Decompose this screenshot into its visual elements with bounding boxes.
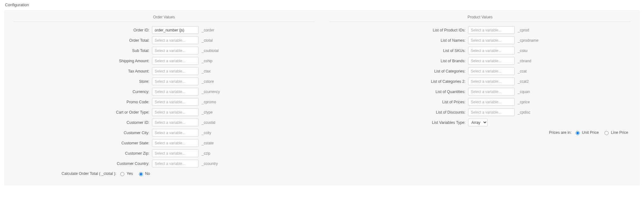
- cstate-input[interactable]: [152, 139, 199, 147]
- ccountry-input[interactable]: [152, 160, 199, 167]
- cpdisc-combo[interactable]: [468, 108, 515, 116]
- ccurrency-code: _ccurrency: [202, 90, 220, 94]
- ccat-combo[interactable]: [468, 67, 515, 75]
- page-title: Configuration: [5, 2, 640, 7]
- cstore-combo[interactable]: [152, 77, 199, 85]
- corder-combo[interactable]: [152, 26, 199, 34]
- unit-price-option[interactable]: Unit Price: [574, 130, 601, 135]
- ccity-row: Customer City:_ccity: [13, 129, 315, 137]
- ccity-combo[interactable]: [152, 129, 199, 137]
- corder-code: _corder: [202, 28, 214, 32]
- ccity-input[interactable]: [152, 129, 199, 136]
- ccustid-combo[interactable]: [152, 119, 199, 126]
- cquan-label: List of Quantities:: [329, 90, 468, 94]
- ccurrency-combo[interactable]: [152, 88, 199, 96]
- product-values-heading: Product Values: [329, 15, 631, 22]
- czip-code: _czip: [202, 151, 210, 156]
- cprice-input[interactable]: [468, 98, 515, 105]
- ctax-row: Tax Amount:_ctax: [13, 67, 315, 75]
- cprice-code: _cprice: [518, 100, 530, 104]
- cship-row: Shipping Amount:_cship: [13, 57, 315, 65]
- cpdisc-input[interactable]: [468, 109, 515, 116]
- list-variables-type-label: List Variables Type:: [329, 120, 468, 125]
- cprodname-input[interactable]: [468, 37, 515, 44]
- cpromo-input[interactable]: [152, 98, 199, 105]
- ccat-row: List of Categories:_ccat: [329, 67, 631, 75]
- calc-yes-option[interactable]: Yes: [119, 171, 135, 176]
- cship-code: _cship: [202, 59, 213, 63]
- czip-input[interactable]: [152, 150, 199, 157]
- ccustid-input[interactable]: [152, 119, 199, 126]
- cstore-code: _cstore: [202, 79, 214, 84]
- list-variables-type-row: List Variables Type: Array: [329, 119, 631, 126]
- ccountry-combo[interactable]: [152, 160, 199, 167]
- calc-yes-label: Yes: [126, 171, 133, 176]
- cbrand-combo[interactable]: [468, 57, 515, 65]
- ccurrency-input[interactable]: [152, 88, 199, 95]
- unit-price-radio[interactable]: [576, 131, 580, 135]
- line-price-option[interactable]: Line Price: [603, 130, 631, 135]
- ctype-combo[interactable]: [152, 108, 199, 116]
- csubtotal-label: Sub Total:: [13, 49, 152, 53]
- ctax-combo[interactable]: [152, 67, 199, 75]
- calc-order-total-row: Calculate Order Total ( _ctotal ): Yes N…: [13, 171, 315, 176]
- ccountry-label: Customer Country:: [13, 161, 152, 166]
- cstate-label: Customer State:: [13, 141, 152, 145]
- calc-no-radio[interactable]: [139, 172, 143, 176]
- cprod-label: List of Product IDs:: [329, 28, 468, 32]
- cprod-input[interactable]: [468, 26, 515, 34]
- ctax-label: Tax Amount:: [13, 69, 152, 73]
- cstore-label: Store:: [13, 79, 152, 84]
- calc-no-option[interactable]: No: [137, 171, 153, 176]
- ctotal-combo[interactable]: [152, 36, 199, 44]
- cpromo-combo[interactable]: [152, 98, 199, 106]
- cship-combo[interactable]: [152, 57, 199, 65]
- ctype-input[interactable]: [152, 109, 199, 116]
- ccat-code: _ccat: [518, 69, 527, 73]
- cship-input[interactable]: [152, 57, 199, 64]
- cprodname-code: _cprodname: [518, 38, 539, 43]
- cprodname-combo[interactable]: [468, 36, 515, 44]
- ctype-code: _ctype: [202, 110, 213, 115]
- cstore-input[interactable]: [152, 78, 199, 85]
- cprodname-row: List of Names:_cprodname: [329, 36, 631, 44]
- calc-yes-radio[interactable]: [120, 172, 124, 176]
- ctax-code: _ctax: [202, 69, 211, 73]
- corder-label: Order ID:: [13, 28, 152, 32]
- line-price-label: Line Price: [611, 130, 628, 135]
- cpdisc-row: List of Discounts:_cpdisc: [329, 108, 631, 116]
- cquan-input[interactable]: [468, 88, 515, 95]
- cstate-combo[interactable]: [152, 139, 199, 147]
- czip-combo[interactable]: [152, 149, 199, 157]
- ccurrency-label: Currency:: [13, 90, 152, 94]
- ccat2-label: List of Categories 2:: [329, 79, 468, 84]
- csubtotal-input[interactable]: [152, 47, 199, 54]
- ctotal-input[interactable]: [152, 37, 199, 44]
- cbrand-input[interactable]: [468, 57, 515, 64]
- cquan-code: _cquan: [518, 90, 530, 94]
- cbrand-row: List of Brands:_cbrand: [329, 57, 631, 65]
- ctax-input[interactable]: [152, 68, 199, 75]
- csku-combo[interactable]: [468, 47, 515, 54]
- ccountry-code: _ccountry: [202, 161, 218, 166]
- csku-code: _csku: [518, 49, 527, 53]
- czip-row: Customer Zip:_czip: [13, 149, 315, 157]
- cpdisc-code: _cpdisc: [518, 110, 531, 115]
- ccat2-combo[interactable]: [468, 77, 515, 85]
- list-variables-type-select[interactable]: Array: [468, 119, 488, 126]
- ccat2-input[interactable]: [468, 78, 515, 85]
- cship-label: Shipping Amount:: [13, 59, 152, 63]
- cpromo-row: Promo Code:_cpromo: [13, 98, 315, 106]
- cprice-combo[interactable]: [468, 98, 515, 106]
- csubtotal-row: Sub Total:_csubtotal: [13, 47, 315, 54]
- ccustid-code: _ccustid: [202, 120, 215, 125]
- corder-input[interactable]: [152, 26, 199, 34]
- cpromo-label: Promo Code:: [13, 100, 152, 104]
- line-price-radio[interactable]: [605, 131, 609, 135]
- ccat-input[interactable]: [468, 68, 515, 75]
- order-values-column: Order Values Order ID:_corderOrder Total…: [13, 15, 315, 179]
- cprod-combo[interactable]: [468, 26, 515, 34]
- csku-input[interactable]: [468, 47, 515, 54]
- csubtotal-combo[interactable]: [152, 47, 199, 54]
- cquan-combo[interactable]: [468, 88, 515, 96]
